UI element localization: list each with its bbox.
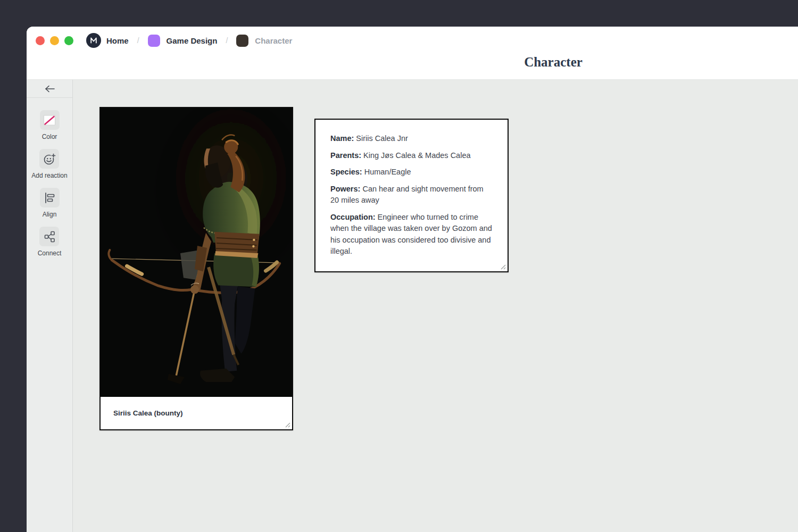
back-button[interactable] bbox=[27, 80, 72, 98]
connect-icon bbox=[43, 230, 56, 244]
color-swatch-icon bbox=[43, 114, 56, 126]
field-label: Powers: bbox=[330, 185, 360, 193]
align-icon bbox=[43, 192, 56, 204]
resize-handle-icon[interactable] bbox=[284, 421, 290, 428]
field-label: Parents: bbox=[330, 151, 361, 160]
note-card[interactable]: Name:Siriis Calea Jnr Parents:King Jøs C… bbox=[314, 119, 509, 272]
app-window: Home / Game Design / Character Character bbox=[27, 27, 798, 532]
add-reaction-icon bbox=[43, 152, 56, 166]
breadcrumb-separator: / bbox=[226, 36, 228, 45]
toolbar-sidebar: Color Add reaction bbox=[27, 80, 73, 532]
note-field-parents: Parents:King Jøs Calea & Mades Calea bbox=[330, 150, 493, 162]
image-caption-bar[interactable]: Siriis Calea (bounty) bbox=[101, 397, 292, 429]
board-icon-character[interactable] bbox=[236, 35, 248, 47]
resize-handle-icon[interactable] bbox=[500, 263, 506, 270]
color-tool-button[interactable]: Color bbox=[40, 110, 60, 140]
breadcrumb-separator: / bbox=[137, 36, 139, 45]
zoom-window-button[interactable] bbox=[64, 36, 73, 45]
board-icon-game-design[interactable] bbox=[148, 35, 160, 47]
character-photo bbox=[101, 108, 292, 397]
note-field-occupation: Occupation:Engineer who turned to crime … bbox=[330, 212, 493, 257]
milanote-logo-icon[interactable] bbox=[86, 33, 101, 48]
breadcrumb-home[interactable]: Home bbox=[106, 36, 129, 45]
field-value: Human/Eagle bbox=[364, 168, 411, 176]
tool-label: Color bbox=[42, 133, 57, 140]
breadcrumb-character: Character bbox=[255, 36, 292, 45]
connect-tool-button[interactable]: Connect bbox=[38, 227, 62, 257]
field-label: Name: bbox=[330, 134, 354, 143]
header-bar: Home / Game Design / Character Character bbox=[27, 27, 798, 80]
image-caption: Siriis Calea (bounty) bbox=[113, 409, 183, 417]
image-card[interactable]: Siriis Calea (bounty) bbox=[99, 107, 293, 430]
board-canvas[interactable]: Siriis Calea (bounty) Name:Siriis Calea … bbox=[73, 80, 798, 532]
note-field-name: Name:Siriis Calea Jnr bbox=[330, 133, 493, 145]
minimize-window-button[interactable] bbox=[50, 36, 59, 45]
note-field-species: Species:Human/Eagle bbox=[330, 167, 493, 178]
field-label: Species: bbox=[330, 168, 362, 176]
align-tool-button[interactable]: Align bbox=[40, 188, 60, 218]
tool-label: Connect bbox=[38, 250, 62, 257]
field-label: Occupation: bbox=[330, 213, 376, 221]
field-value: King Jøs Calea & Mades Calea bbox=[363, 151, 471, 160]
add-reaction-tool-button[interactable]: Add reaction bbox=[31, 149, 67, 179]
page-title: Character bbox=[495, 55, 612, 70]
arrow-left-icon bbox=[44, 85, 55, 93]
field-value: Siriis Calea Jnr bbox=[356, 134, 408, 143]
close-window-button[interactable] bbox=[36, 36, 45, 45]
note-field-powers: Powers:Can hear and sight movement from … bbox=[330, 184, 493, 206]
breadcrumb: Home / Game Design / Character bbox=[86, 33, 292, 48]
tool-label: Add reaction bbox=[31, 172, 67, 179]
tool-label: Align bbox=[43, 211, 57, 218]
breadcrumb-game-design[interactable]: Game Design bbox=[167, 36, 218, 45]
